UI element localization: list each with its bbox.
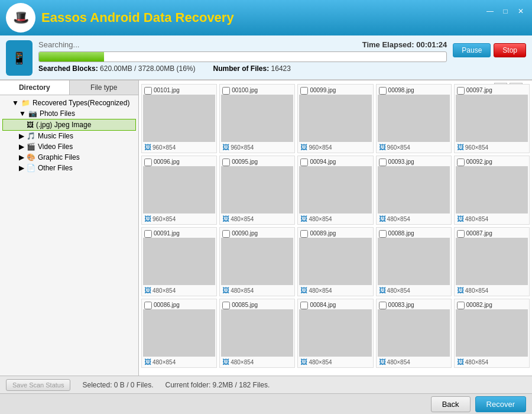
- thumbnail-checkbox[interactable]: [457, 302, 465, 309]
- thumbnail-checkbox-wrap: [144, 230, 152, 238]
- thumbnail-image: [221, 166, 293, 214]
- maximize-button[interactable]: □: [500, 6, 511, 17]
- list-item[interactable]: 00083.jpg🖼 480×854: [376, 299, 452, 368]
- thumbnail-image: [143, 238, 215, 285]
- progress-bar-background: [38, 51, 447, 62]
- save-scan-status-button[interactable]: Save Scan Status: [6, 379, 70, 391]
- tree-graphic-files[interactable]: ▶ 🎨 Graphic Files: [2, 152, 136, 163]
- expand-icon-graphic: ▶: [19, 153, 24, 161]
- other-icon: 📄: [27, 164, 35, 172]
- thumbnail-checkbox-wrap: [300, 230, 308, 238]
- thumbnail-size: 🖼 480×854: [456, 286, 528, 295]
- thumbnail-size: 🖼 480×854: [299, 286, 371, 295]
- list-item[interactable]: 00098.jpg🖼 960×854: [376, 84, 452, 153]
- expand-icon-photo: ▼: [19, 109, 26, 118]
- thumbnail-checkbox[interactable]: [457, 159, 465, 166]
- thumbnail-checkbox[interactable]: [222, 302, 230, 309]
- list-item[interactable]: 00082.jpg🖼 480×854: [454, 299, 530, 368]
- close-button[interactable]: ✕: [515, 6, 526, 17]
- thumbnail-checkbox[interactable]: [222, 230, 230, 238]
- stop-button[interactable]: Stop: [494, 43, 526, 57]
- right-panel: ⊞ ☰ 00101.jpg🖼 960×85400100.jpg🖼 960×854…: [139, 80, 532, 376]
- thumbnails-area[interactable]: 00101.jpg🖼 960×85400100.jpg🖼 960×8540009…: [139, 82, 532, 376]
- tree-root-label: Recovered Types(Recognized): [33, 99, 130, 107]
- file-type-icon: 🖼: [222, 286, 229, 295]
- thumbnail-checkbox[interactable]: [300, 230, 308, 238]
- thumbnail-checkbox[interactable]: [457, 87, 465, 95]
- tree-jpeg-image[interactable]: 🖼 (.jpg) Jpeg Image: [2, 119, 136, 131]
- tree-video-files[interactable]: ▶ 🎬 Video Files: [2, 141, 136, 152]
- list-item[interactable]: 00096.jpg🖼 960×854: [141, 156, 217, 225]
- file-type-icon: 🖼: [379, 143, 386, 151]
- tab-file-type[interactable]: File type: [70, 80, 139, 95]
- tab-bar: Directory File type: [0, 80, 138, 95]
- list-item[interactable]: 00090.jpg🖼 480×854: [219, 227, 295, 296]
- file-type-icon: 🖼: [300, 215, 307, 223]
- file-type-icon: 🖼: [457, 358, 464, 366]
- file-type-icon: 🖼: [457, 286, 464, 295]
- tree-music-files[interactable]: ▶ 🎵 Music Files: [2, 131, 136, 141]
- thumbnail-checkbox[interactable]: [222, 159, 230, 166]
- list-item[interactable]: 00100.jpg🖼 960×854: [219, 84, 295, 153]
- list-item[interactable]: 00094.jpg🖼 480×854: [297, 156, 373, 225]
- list-item[interactable]: 00095.jpg🖼 480×854: [219, 156, 295, 225]
- list-item[interactable]: 00099.jpg🖼 960×854: [297, 84, 373, 153]
- file-type-icon: 🖼: [222, 143, 229, 151]
- thumbnail-checkbox[interactable]: [144, 302, 152, 309]
- folder-icon: 📁: [21, 99, 30, 107]
- thumbnail-checkbox[interactable]: [144, 230, 152, 238]
- file-icon-jpeg: 🖼: [27, 121, 34, 129]
- list-item[interactable]: 00089.jpg🖼 480×854: [297, 227, 373, 296]
- list-item[interactable]: 00085.jpg🖼 480×854: [219, 299, 295, 368]
- file-type-icon: 🖼: [379, 286, 386, 295]
- list-item[interactable]: 00101.jpg🖼 960×854: [141, 84, 217, 153]
- thumbnail-checkbox[interactable]: [144, 87, 152, 95]
- minimize-button[interactable]: —: [485, 6, 495, 17]
- pause-button[interactable]: Pause: [453, 43, 491, 57]
- list-item[interactable]: 00084.jpg🖼 480×854: [297, 299, 373, 368]
- tree-area: ▼ 📁 Recovered Types(Recognized) ▼ 📷 Phot…: [0, 95, 138, 376]
- thumbnail-checkbox[interactable]: [300, 302, 308, 309]
- thumbnail-checkbox[interactable]: [300, 159, 308, 166]
- thumbnail-checkbox-wrap: [300, 87, 308, 95]
- list-item[interactable]: 00088.jpg🖼 480×854: [376, 227, 452, 296]
- tab-directory[interactable]: Directory: [0, 80, 70, 95]
- thumbnail-size: 🖼 480×854: [221, 286, 293, 295]
- folder-info: Current folder: 9.2MB / 182 Files.: [166, 381, 270, 389]
- recover-button[interactable]: Recover: [475, 396, 526, 412]
- titlebar: 🎩 Eassos Android Data Recovery — □ ✕: [0, 0, 532, 35]
- tree-other-files[interactable]: ▶ 📄 Other Files: [2, 163, 136, 173]
- tree-photo-files[interactable]: ▼ 📷 Photo Files: [2, 108, 136, 119]
- thumbnail-checkbox[interactable]: [222, 87, 230, 95]
- thumbnail-checkbox-wrap: [379, 302, 387, 309]
- list-item[interactable]: 00097.jpg🖼 960×854: [454, 84, 530, 153]
- list-item[interactable]: 00086.jpg🖼 480×854: [141, 299, 217, 368]
- list-item[interactable]: 00093.jpg🖼 480×854: [376, 156, 452, 225]
- thumbnail-size: 🖼 960×854: [143, 143, 215, 151]
- thumbnail-size: 🖼 480×854: [378, 215, 450, 223]
- thumbnail-image: [456, 95, 528, 142]
- phone-icon: 📱: [6, 40, 33, 76]
- thumbnail-checkbox[interactable]: [379, 302, 387, 309]
- action-bar: Back Recover: [0, 393, 532, 414]
- list-item[interactable]: 00092.jpg🖼 480×854: [454, 156, 530, 225]
- music-files-label: Music Files: [38, 132, 73, 140]
- list-item[interactable]: 00091.jpg🖼 480×854: [141, 227, 217, 296]
- thumbnail-checkbox[interactable]: [379, 230, 387, 238]
- thumbnail-checkbox[interactable]: [144, 159, 152, 166]
- status-bar: Save Scan Status Selected: 0 B / 0 Files…: [0, 376, 532, 393]
- thumbnail-image: [221, 238, 293, 285]
- progress-bar-fill: [39, 52, 104, 62]
- tree-root[interactable]: ▼ 📁 Recovered Types(Recognized): [2, 98, 136, 108]
- expand-icon-video: ▶: [19, 143, 24, 151]
- thumbnail-checkbox[interactable]: [300, 87, 308, 95]
- thumbnail-checkbox-wrap: [144, 159, 152, 166]
- progress-details: Searched Blocks: 620.00MB / 3728.00MB (1…: [38, 64, 447, 73]
- back-button[interactable]: Back: [431, 396, 471, 412]
- list-item[interactable]: 00087.jpg🖼 480×854: [454, 227, 530, 296]
- thumbnail-checkbox-wrap: [457, 159, 465, 166]
- thumbnail-checkbox[interactable]: [457, 230, 465, 238]
- app-logo: 🎩: [6, 3, 35, 33]
- thumbnail-checkbox[interactable]: [379, 87, 387, 95]
- thumbnail-checkbox[interactable]: [379, 159, 387, 166]
